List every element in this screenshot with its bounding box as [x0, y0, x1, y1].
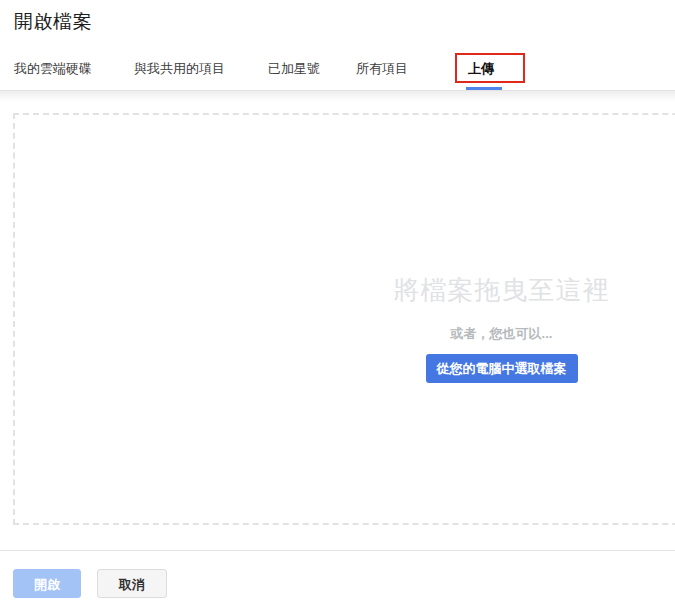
active-tab-underline	[466, 87, 502, 90]
open-button[interactable]: 開啟	[13, 569, 81, 598]
upload-dropzone[interactable]: 將檔案拖曳至這裡 或者，您也可以... 從您的電腦中選取檔案	[13, 113, 675, 525]
tab-my-drive[interactable]: 我的雲端硬碟	[14, 60, 92, 78]
tab-all-items[interactable]: 所有項目	[356, 60, 408, 78]
tab-upload[interactable]: 上傳	[468, 60, 494, 78]
dropzone-headline: 將檔案拖曳至這裡	[15, 273, 675, 308]
tab-starred[interactable]: 已加星號	[268, 60, 320, 78]
dropzone-subtext: 或者，您也可以...	[15, 325, 675, 343]
cancel-button[interactable]: 取消	[97, 569, 167, 598]
page-title: 開啟檔案	[14, 9, 92, 35]
tab-bar: 我的雲端硬碟 與我共用的項目 已加星號 所有項目 上傳	[0, 44, 675, 91]
dropzone-content: 將檔案拖曳至這裡 或者，您也可以... 從您的電腦中選取檔案	[15, 273, 675, 383]
select-from-computer-button[interactable]: 從您的電腦中選取檔案	[426, 354, 578, 383]
footer-divider	[0, 550, 675, 551]
tab-shared-with-me[interactable]: 與我共用的項目	[134, 60, 225, 78]
tabbar-shadow	[0, 91, 675, 102]
